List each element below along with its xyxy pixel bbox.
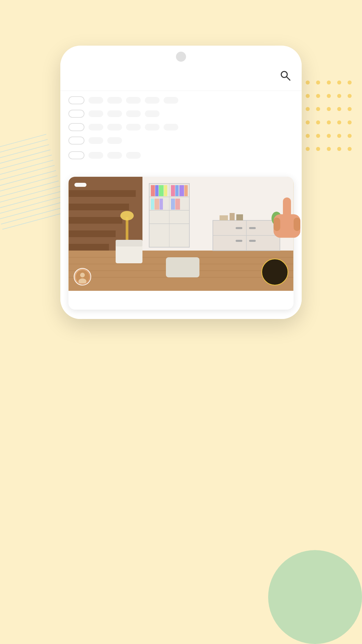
svg-rect-5 (69, 204, 129, 210)
bg-circle-green (268, 550, 362, 644)
search-icon[interactable] (280, 70, 291, 84)
filter-chip-3room[interactable] (126, 97, 141, 104)
sort-chip-editor[interactable] (88, 152, 103, 159)
filter-chip-1room[interactable] (88, 97, 103, 104)
filter-chip-area-60-90[interactable] (107, 110, 122, 117)
svg-rect-23 (171, 185, 175, 196)
svg-point-43 (120, 211, 134, 220)
user-info (74, 268, 95, 285)
svg-rect-27 (151, 199, 154, 210)
phone-mockup (60, 46, 302, 319)
card-area (60, 170, 302, 319)
svg-rect-6 (69, 217, 122, 224)
filter-row-style (68, 123, 294, 131)
svg-rect-21 (159, 185, 164, 196)
svg-rect-4 (69, 190, 136, 197)
filter-chip-japanese[interactable] (126, 124, 141, 130)
filter-chip-4room[interactable] (145, 97, 160, 104)
sort-chip-default[interactable] (68, 151, 84, 159)
svg-point-50 (80, 273, 85, 277)
svg-rect-45 (116, 240, 142, 247)
svg-rect-30 (171, 199, 175, 210)
svg-rect-22 (164, 185, 167, 196)
svg-rect-40 (230, 213, 235, 220)
case-card[interactable] (68, 177, 294, 310)
sort-chip-most-share[interactable] (126, 152, 141, 159)
editor-badge (261, 259, 288, 285)
filter-chip-nordic[interactable] (107, 124, 122, 130)
filter-chip-all-style[interactable] (68, 123, 84, 131)
svg-rect-54 (294, 218, 300, 231)
filter-chip-modern[interactable] (145, 124, 160, 130)
filter-chip-2room[interactable] (107, 97, 122, 104)
svg-rect-41 (236, 214, 243, 220)
svg-rect-31 (175, 199, 180, 210)
filter-chip-5room[interactable] (164, 97, 178, 104)
svg-rect-8 (69, 244, 109, 251)
filter-chip-area-60[interactable] (88, 110, 103, 117)
card-content (68, 291, 294, 310)
svg-rect-19 (151, 185, 155, 196)
filter-chip-american[interactable] (88, 124, 103, 130)
filter-chip-area-90-120[interactable] (126, 110, 141, 117)
user-avatar (74, 268, 91, 285)
filter-section (60, 91, 302, 165)
filter-chip-area-120[interactable] (145, 110, 160, 117)
filter-row-source (68, 137, 294, 145)
svg-rect-24 (175, 185, 179, 196)
svg-rect-38 (249, 240, 256, 242)
svg-rect-26 (184, 185, 188, 196)
filter-row-room-type (68, 96, 294, 104)
filter-row-area (68, 110, 294, 118)
filter-chip-all-area[interactable] (68, 110, 84, 118)
svg-rect-25 (179, 185, 184, 196)
card-image (68, 177, 294, 291)
sort-chip-most-collect[interactable] (107, 152, 122, 159)
svg-rect-35 (236, 227, 242, 229)
card-tag (74, 183, 86, 187)
phone-notch (176, 52, 186, 62)
svg-rect-37 (249, 227, 256, 229)
filter-chip-from-designer[interactable] (107, 137, 122, 144)
svg-rect-29 (160, 199, 163, 210)
svg-rect-55 (274, 218, 280, 231)
filter-chip-from-owner[interactable] (88, 137, 103, 144)
filter-chip-all-source[interactable] (68, 137, 84, 145)
filter-chip-all-room[interactable] (68, 96, 84, 104)
svg-line-1 (287, 77, 290, 80)
header-area (0, 0, 362, 46)
filter-row-sort (68, 150, 294, 165)
svg-rect-36 (236, 240, 242, 242)
svg-rect-7 (69, 230, 116, 237)
filter-chip-retro[interactable] (164, 124, 178, 130)
svg-rect-28 (155, 199, 159, 210)
app-header (60, 62, 302, 91)
svg-rect-39 (220, 215, 228, 220)
svg-rect-20 (155, 185, 159, 196)
svg-rect-46 (166, 257, 199, 277)
